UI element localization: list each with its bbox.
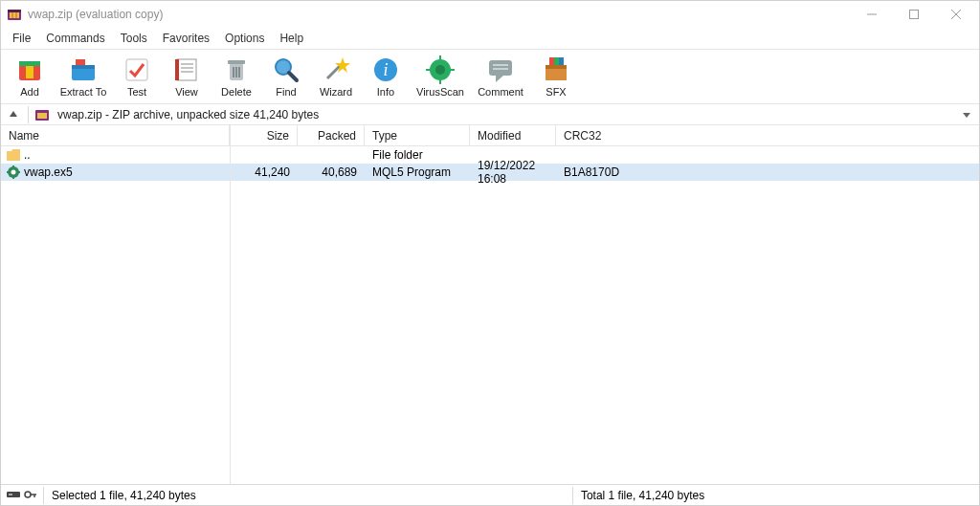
col-modified[interactable]: Modified bbox=[470, 125, 556, 145]
name-pane: Name .. bbox=[1, 125, 231, 484]
column-header-right: Size Packed Type Modified CRC32 bbox=[231, 125, 979, 146]
svg-rect-1 bbox=[8, 10, 21, 12]
toolbar-label: SFX bbox=[546, 86, 566, 98]
addressbar: vwap.zip - ZIP archive, unpacked size 41… bbox=[1, 104, 979, 125]
folder-icon bbox=[7, 149, 20, 161]
menubar: File Commands Tools Favorites Options He… bbox=[1, 28, 979, 49]
svg-marker-39 bbox=[496, 76, 503, 82]
row-parent-folder[interactable]: .. bbox=[1, 146, 230, 164]
row-name: vwap.ex5 bbox=[24, 165, 73, 179]
menu-options[interactable]: Options bbox=[217, 30, 272, 47]
test-button[interactable]: Test bbox=[114, 52, 160, 99]
cell-type: MQL5 Program bbox=[365, 165, 470, 179]
svg-rect-22 bbox=[228, 60, 245, 64]
address-path[interactable]: vwap.zip - ZIP archive, unpacked size 41… bbox=[56, 108, 952, 121]
sfx-icon bbox=[540, 54, 572, 86]
up-button[interactable] bbox=[5, 106, 22, 123]
toolbar-label: Comment bbox=[478, 86, 523, 98]
sfx-button[interactable]: SFX bbox=[533, 52, 579, 99]
status-selected: Selected 1 file, 41,240 bytes bbox=[44, 489, 572, 502]
toolbar-label: View bbox=[175, 86, 198, 98]
toolbar-label: Delete bbox=[221, 86, 252, 98]
add-icon bbox=[13, 54, 46, 86]
minimize-button[interactable] bbox=[851, 1, 893, 28]
row-parent-folder-details[interactable]: File folder bbox=[231, 146, 979, 164]
svg-rect-45 bbox=[554, 57, 559, 65]
details-pane: Size Packed Type Modified CRC32 File fol… bbox=[231, 125, 979, 484]
window-title: vwap.zip (evaluation copy) bbox=[28, 8, 163, 21]
close-button[interactable] bbox=[935, 1, 977, 28]
svg-rect-16 bbox=[177, 59, 196, 80]
svg-rect-15 bbox=[126, 59, 147, 80]
cell-modified: 19/12/2022 16:08 bbox=[470, 159, 556, 186]
view-button[interactable]: View bbox=[164, 52, 210, 99]
extract-icon bbox=[67, 54, 100, 86]
toolbar-label: Info bbox=[377, 86, 394, 98]
add-button[interactable]: Add bbox=[7, 52, 53, 99]
svg-point-50 bbox=[11, 170, 16, 175]
svg-point-57 bbox=[25, 492, 31, 497]
col-packed[interactable]: Packed bbox=[298, 125, 365, 145]
app-window: vwap.zip (evaluation copy) File Commands… bbox=[0, 0, 980, 506]
svg-line-27 bbox=[289, 73, 297, 80]
col-type[interactable]: Type bbox=[365, 125, 470, 145]
find-button[interactable]: Find bbox=[263, 52, 309, 99]
separator bbox=[28, 106, 29, 123]
svg-rect-43 bbox=[546, 65, 567, 69]
maximize-button[interactable] bbox=[893, 1, 935, 28]
svg-rect-46 bbox=[559, 57, 564, 65]
delete-icon bbox=[220, 54, 253, 86]
info-button[interactable]: i Info bbox=[363, 52, 409, 99]
cell-crc: B1A8170D bbox=[556, 165, 623, 179]
menu-favorites[interactable]: Favorites bbox=[155, 30, 217, 47]
row-file-details[interactable]: 41,240 40,689 MQL5 Program 19/12/2022 16… bbox=[231, 164, 979, 181]
row-name: .. bbox=[24, 148, 31, 162]
col-crc[interactable]: CRC32 bbox=[556, 125, 623, 145]
address-dropdown[interactable] bbox=[958, 110, 975, 120]
cell-packed: 40,689 bbox=[298, 165, 365, 179]
row-file[interactable]: vwap.ex5 bbox=[1, 164, 230, 181]
menu-tools[interactable]: Tools bbox=[113, 30, 155, 47]
col-size[interactable]: Size bbox=[231, 125, 298, 145]
svg-rect-38 bbox=[489, 60, 512, 76]
winrar-icon bbox=[7, 7, 22, 22]
col-name[interactable]: Name bbox=[1, 125, 230, 145]
status-icons bbox=[1, 489, 43, 502]
svg-rect-51 bbox=[12, 165, 14, 168]
find-icon bbox=[270, 54, 302, 86]
statusbar: Selected 1 file, 41,240 bytes Total 1 fi… bbox=[1, 484, 979, 505]
virus-scan-button[interactable]: VirusScan bbox=[412, 52, 468, 99]
content: Name .. bbox=[1, 125, 979, 484]
info-icon: i bbox=[369, 54, 402, 86]
key-icon bbox=[24, 489, 37, 502]
toolbar-label: Wizard bbox=[320, 86, 352, 98]
toolbar-label: Test bbox=[127, 86, 146, 98]
toolbar-label: Find bbox=[276, 86, 296, 98]
svg-rect-3 bbox=[11, 12, 13, 18]
test-icon bbox=[121, 54, 153, 86]
svg-rect-11 bbox=[26, 66, 33, 78]
svg-rect-17 bbox=[175, 59, 179, 80]
extract-to-button[interactable]: Extract To bbox=[56, 52, 110, 99]
svg-text:i: i bbox=[383, 60, 388, 79]
comment-icon bbox=[484, 54, 517, 86]
comment-button[interactable]: Comment bbox=[472, 52, 529, 99]
toolbar-label: Add bbox=[20, 86, 39, 98]
svg-rect-52 bbox=[12, 176, 14, 179]
column-header-left: Name bbox=[1, 125, 230, 146]
archive-icon bbox=[34, 107, 50, 122]
delete-button[interactable]: Delete bbox=[213, 52, 259, 99]
status-total: Total 1 file, 41,240 bytes bbox=[573, 489, 979, 502]
wizard-button[interactable]: Wizard bbox=[313, 52, 359, 99]
svg-rect-44 bbox=[549, 57, 554, 65]
svg-rect-2 bbox=[10, 12, 19, 18]
svg-rect-4 bbox=[15, 12, 17, 18]
svg-rect-10 bbox=[19, 61, 40, 66]
menu-file[interactable]: File bbox=[5, 30, 38, 47]
cell-size: 41,240 bbox=[231, 165, 298, 179]
svg-rect-56 bbox=[9, 494, 12, 495]
menu-commands[interactable]: Commands bbox=[38, 30, 112, 47]
menu-help[interactable]: Help bbox=[272, 30, 311, 47]
cell-type: File folder bbox=[365, 148, 470, 162]
wizard-icon bbox=[320, 54, 352, 86]
